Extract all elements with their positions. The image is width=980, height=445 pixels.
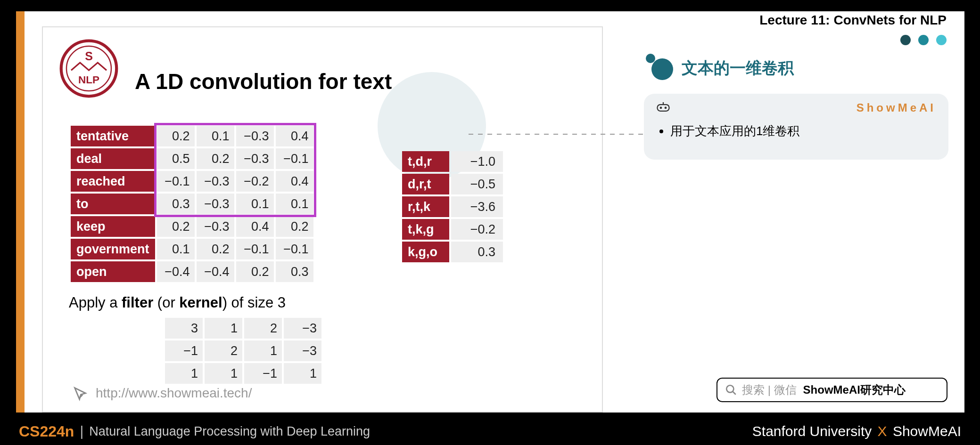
- output-label-cell: r,t,k: [402, 196, 449, 217]
- course-subtitle: Natural Language Processing with Deep Le…: [89, 424, 370, 439]
- value-cell: −0.2: [236, 171, 274, 192]
- value-cell: 0.4: [276, 171, 313, 192]
- slide-panel: S NLP A 1D convolution for text tentativ…: [42, 26, 603, 413]
- value-cell: 0.3: [157, 194, 195, 214]
- filter-cell: 1: [284, 363, 321, 384]
- value-cell: −0.3: [197, 171, 234, 192]
- table-row: keep0.2−0.30.40.2: [71, 216, 313, 237]
- table-row: −121−3: [165, 340, 321, 361]
- footer-right: Stanford University X ShowMeAI: [752, 423, 961, 439]
- value-cell: −0.3: [236, 126, 274, 146]
- site-link[interactable]: http://www.showmeai.tech/: [72, 385, 252, 401]
- filter-caption: Apply a filter (or kernel) of size 3: [69, 294, 286, 311]
- value-cell: 0.2: [197, 239, 234, 259]
- filter-table: 312−3−121−311−11: [163, 316, 323, 386]
- output-value-cell: 0.3: [451, 242, 503, 262]
- svg-text:S: S: [85, 49, 93, 63]
- value-cell: −0.1: [276, 239, 313, 259]
- value-cell: −0.3: [197, 194, 234, 214]
- filter-cell: 1: [205, 363, 242, 384]
- value-cell: −0.4: [157, 261, 195, 282]
- word-cell: government: [71, 239, 155, 259]
- value-cell: −0.1: [276, 148, 313, 169]
- table-row: tentative0.20.1−0.30.4: [71, 126, 313, 146]
- output-label-cell: t,d,r: [402, 151, 449, 172]
- svg-point-5: [726, 385, 733, 392]
- word-cell: deal: [71, 148, 155, 169]
- value-cell: 0.2: [236, 261, 274, 282]
- dot-icon: [918, 35, 929, 45]
- filter-cell: 2: [244, 318, 282, 339]
- svg-rect-0: [658, 105, 669, 111]
- lecture-header: Lecture 11: ConvNets for NLP: [759, 13, 947, 28]
- search-hint: 搜索 | 微信: [742, 382, 797, 397]
- filter-cell: −3: [284, 340, 321, 361]
- filter-cell: 2: [205, 340, 242, 361]
- svg-point-1: [660, 107, 662, 109]
- svg-point-2: [665, 107, 667, 109]
- note-box: ShowMeAI 用于文本应用的1维卷积: [644, 94, 948, 160]
- dot-icon: [900, 35, 911, 45]
- output-table: t,d,r−1.0d,r,t−0.5r,t,k−3.6t,k,g−0.2k,g,…: [400, 149, 505, 264]
- output-value-cell: −1.0: [451, 151, 503, 172]
- table-row: deal0.50.2−0.3−0.1: [71, 148, 313, 169]
- table-row: to0.3−0.30.10.1: [71, 194, 313, 214]
- table-row: open−0.4−0.40.20.3: [71, 261, 313, 282]
- word-cell: to: [71, 194, 155, 214]
- svg-text:NLP: NLP: [78, 74, 99, 86]
- value-cell: −0.1: [236, 239, 274, 259]
- slide-title: A 1D convolution for text: [135, 69, 392, 94]
- filter-cell: 1: [165, 363, 203, 384]
- value-cell: 0.1: [157, 239, 195, 259]
- stanford-nlp-logo: S NLP: [59, 39, 118, 98]
- word-cell: keep: [71, 216, 155, 237]
- table-row: government0.10.2−0.1−0.1: [71, 239, 313, 259]
- search-strong: ShowMeAI研究中心: [803, 382, 906, 397]
- value-cell: 0.2: [157, 126, 195, 146]
- word-cell: reached: [71, 171, 155, 192]
- embedding-table: tentative0.20.1−0.30.4deal0.50.2−0.3−0.1…: [69, 124, 315, 284]
- value-cell: 0.1: [197, 126, 234, 146]
- value-cell: 0.1: [236, 194, 274, 214]
- filter-cell: 3: [165, 318, 203, 339]
- value-cell: 0.4: [276, 126, 313, 146]
- value-cell: −0.3: [197, 216, 234, 237]
- search-box[interactable]: 搜索 | 微信 ShowMeAI研究中心: [716, 378, 947, 402]
- table-row: t,d,r−1.0: [402, 151, 503, 172]
- value-cell: 0.2: [157, 216, 195, 237]
- cursor-icon: [72, 385, 88, 401]
- filter-cell: −1: [244, 363, 282, 384]
- footer-bar: CS224n | Natural Language Processing wit…: [0, 418, 980, 445]
- value-cell: −0.1: [157, 171, 195, 192]
- filter-cell: 1: [244, 340, 282, 361]
- value-cell: 0.1: [276, 194, 313, 214]
- word-cell: open: [71, 261, 155, 282]
- table-row: reached−0.1−0.3−0.20.4: [71, 171, 313, 192]
- filter-cell: −1: [165, 340, 203, 361]
- value-cell: −0.3: [236, 148, 274, 169]
- table-row: 312−3: [165, 318, 321, 339]
- orange-sidebar: [16, 11, 25, 413]
- dot-icon: [936, 35, 947, 45]
- value-cell: 0.4: [236, 216, 274, 237]
- filter-cell: −3: [284, 318, 321, 339]
- note-bullet: 用于文本应用的1维卷积: [670, 123, 936, 139]
- note-brand: ShowMeAI: [856, 101, 936, 114]
- side-title-text: 文本的一维卷积: [682, 57, 794, 79]
- value-cell: 0.2: [276, 216, 313, 237]
- table-row: 11−11: [165, 363, 321, 384]
- filter-table-wrap: 312−3−121−311−11: [163, 316, 323, 386]
- word-cell: tentative: [71, 126, 155, 146]
- decor-dots: [900, 35, 947, 45]
- output-label-cell: k,g,o: [402, 242, 449, 262]
- footer-sep: |: [80, 423, 83, 439]
- table-row: k,g,o0.3: [402, 242, 503, 262]
- side-title-icon: [645, 57, 673, 80]
- table-row: d,r,t−0.5: [402, 174, 503, 194]
- svg-line-6: [733, 391, 736, 395]
- value-cell: −0.4: [197, 261, 234, 282]
- course-code: CS224n: [19, 423, 74, 440]
- filter-cell: 1: [205, 318, 242, 339]
- output-table-wrap: t,d,r−1.0d,r,t−0.5r,t,k−3.6t,k,g−0.2k,g,…: [400, 149, 505, 264]
- output-value-cell: −0.2: [451, 219, 503, 240]
